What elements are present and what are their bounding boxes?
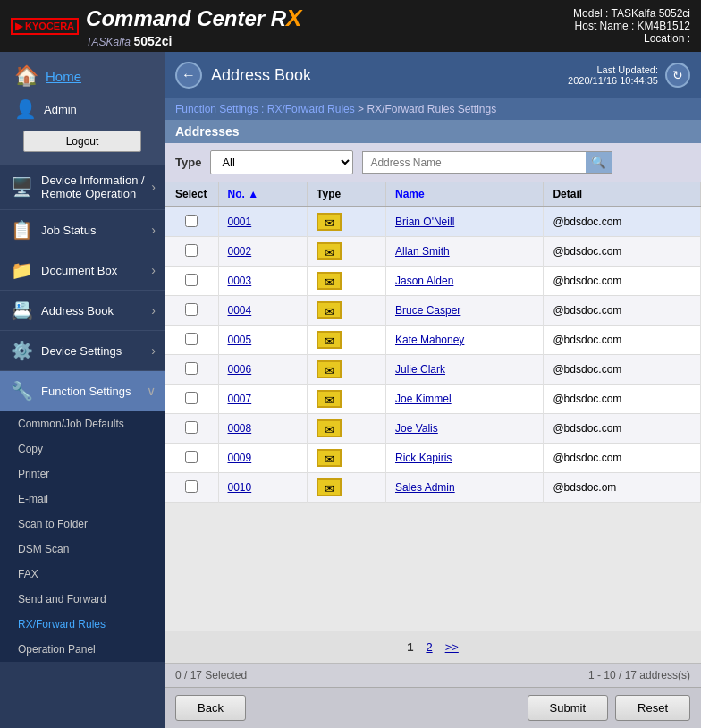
row-number[interactable]: 0002	[218, 237, 308, 267]
back-button[interactable]: Back	[175, 695, 246, 721]
col-name[interactable]: Name	[385, 182, 543, 207]
row-checkbox[interactable]	[185, 451, 198, 463]
last-updated-value: 2020/11/16 10:44:35	[568, 75, 658, 86]
search-input[interactable]	[363, 153, 586, 173]
job-status-label: Job Status	[41, 224, 96, 237]
submenu-fax[interactable]: FAX	[0, 562, 165, 587]
page-2[interactable]: 2	[422, 639, 435, 656]
row-number[interactable]: 0009	[218, 444, 308, 473]
email-type-icon: ✉	[317, 331, 342, 349]
sidebar-item-job-status[interactable]: 📋 Job Status ›	[0, 210, 165, 250]
col-type: Type	[308, 182, 386, 207]
home-link[interactable]: Home	[46, 69, 81, 84]
col-num[interactable]: No. ▲	[218, 182, 308, 207]
email-type-icon: ✉	[317, 419, 342, 437]
submenu-printer[interactable]: Printer	[0, 461, 165, 487]
submenu-common-job-defaults[interactable]: Common/Job Defaults	[0, 411, 165, 436]
row-checkbox[interactable]	[185, 392, 198, 404]
app-header: ▶ KYOCERA Command Center RX TASKalfa 505…	[0, 0, 701, 52]
submit-button[interactable]: Submit	[528, 695, 608, 721]
type-label: Type	[175, 156, 201, 169]
row-name[interactable]: Kate Mahoney	[385, 326, 543, 355]
address-book-icon: 📇	[9, 300, 34, 321]
sidebar-item-device-info[interactable]: 🖥️ Device Information /Remote Operation …	[0, 165, 165, 210]
row-checkbox[interactable]	[185, 421, 198, 434]
row-checkbox[interactable]	[185, 480, 198, 493]
row-name[interactable]: Allan Smith	[385, 237, 543, 267]
row-number[interactable]: 0001	[218, 207, 308, 237]
sidebar-item-document-box[interactable]: 📁 Document Box ›	[0, 250, 165, 291]
chevron-right-icon: ›	[151, 303, 156, 317]
row-name[interactable]: Julie Clark	[385, 355, 543, 385]
address-table-wrapper: Select No. ▲ Type Name Detail 0001✉Brian…	[165, 182, 701, 631]
row-name[interactable]: Sales Admin	[385, 473, 543, 503]
row-detail: @bdsdoc.com	[544, 237, 701, 267]
sidebar-item-home[interactable]: 🏠 Home	[7, 59, 157, 93]
row-checkbox[interactable]	[185, 333, 198, 345]
table-row: 0010✉Sales Admin@bdsdoc.om	[165, 473, 701, 503]
row-checkbox[interactable]	[185, 303, 198, 316]
table-row: 0006✉Julie Clark@bdsdoc.com	[165, 355, 701, 385]
row-number[interactable]: 0008	[218, 414, 308, 444]
row-type: ✉	[308, 237, 386, 267]
row-checkbox[interactable]	[185, 244, 198, 257]
address-book-label: Address Book	[41, 304, 114, 317]
page-title: Address Book	[211, 66, 311, 85]
col-select: Select	[165, 182, 218, 207]
sidebar-admin: 👤 Admin	[7, 93, 157, 125]
sidebar-item-device-settings[interactable]: ⚙️ Device Settings ›	[0, 331, 165, 371]
col-detail: Detail	[544, 182, 701, 207]
submenu-rx-forward-rules[interactable]: RX/Forward Rules	[0, 612, 165, 637]
table-row: 0001✉Brian O'Neill@bdsdoc.com	[165, 207, 701, 237]
row-number[interactable]: 0010	[218, 473, 308, 503]
submenu-email[interactable]: E-mail	[0, 487, 165, 512]
row-detail: @bdsdoc.com	[544, 385, 701, 414]
row-detail: @bdsdoc.com	[544, 296, 701, 326]
table-row: 0002✉Allan Smith@bdsdoc.com	[165, 237, 701, 267]
table-row: 0004✉Bruce Casper@bdsdoc.com	[165, 296, 701, 326]
model-label: Model : TASKalfa 5052ci	[573, 7, 690, 20]
sidebar-item-address-book[interactable]: 📇 Address Book ›	[0, 291, 165, 331]
submenu-send-and-forward[interactable]: Send and Forward	[0, 587, 165, 612]
search-button[interactable]: 🔍	[586, 152, 612, 173]
row-number[interactable]: 0003	[218, 267, 308, 296]
row-number[interactable]: 0006	[218, 355, 308, 385]
submenu-scan-to-folder[interactable]: Scan to Folder	[0, 512, 165, 537]
submenu-operation-panel[interactable]: Operation Panel	[0, 637, 165, 662]
row-name[interactable]: Rick Kapiris	[385, 444, 543, 473]
row-name[interactable]: Jason Alden	[385, 267, 543, 296]
row-name[interactable]: Joe Valis	[385, 414, 543, 444]
breadcrumb-function-settings[interactable]: Function Settings : RX/Forward Rules	[175, 103, 355, 115]
row-number[interactable]: 0007	[218, 385, 308, 414]
submenu-copy[interactable]: Copy	[0, 436, 165, 461]
row-name[interactable]: Brian O'Neill	[385, 207, 543, 237]
row-number[interactable]: 0004	[218, 296, 308, 326]
row-checkbox[interactable]	[185, 362, 198, 375]
filter-bar: Type All Email Folder Fax iFax Group 🔍	[165, 143, 701, 182]
logout-button[interactable]: Logout	[23, 131, 141, 152]
page-next[interactable]: >>	[442, 639, 462, 656]
row-name[interactable]: Bruce Casper	[385, 296, 543, 326]
document-box-icon: 📁	[9, 259, 34, 281]
admin-icon: 👤	[14, 98, 37, 120]
row-checkbox[interactable]	[185, 215, 198, 227]
reset-button[interactable]: Reset	[615, 695, 690, 721]
sidebar-top: 🏠 Home 👤 Admin Logout	[0, 52, 165, 165]
row-detail: @bdsdoc.com	[544, 414, 701, 444]
type-select[interactable]: All Email Folder Fax iFax Group	[210, 150, 353, 174]
refresh-button[interactable]: ↻	[665, 63, 690, 88]
row-type: ✉	[308, 444, 386, 473]
page-1[interactable]: 1	[403, 639, 417, 656]
row-type: ✉	[308, 473, 386, 503]
back-navigation-button[interactable]: ←	[175, 62, 202, 89]
row-number[interactable]: 0005	[218, 326, 308, 355]
kyocera-brand: ▶ KYOCERA	[11, 18, 79, 35]
row-type: ✉	[308, 267, 386, 296]
sidebar-item-function-settings[interactable]: 🔧 Function Settings ∨	[0, 371, 165, 411]
row-name[interactable]: Joe Kimmel	[385, 385, 543, 414]
chevron-right-icon: ›	[151, 223, 156, 237]
submenu-dsm-scan[interactable]: DSM Scan	[0, 537, 165, 562]
admin-label: Admin	[44, 103, 77, 116]
email-type-icon: ✉	[317, 478, 342, 496]
row-checkbox[interactable]	[185, 274, 198, 286]
